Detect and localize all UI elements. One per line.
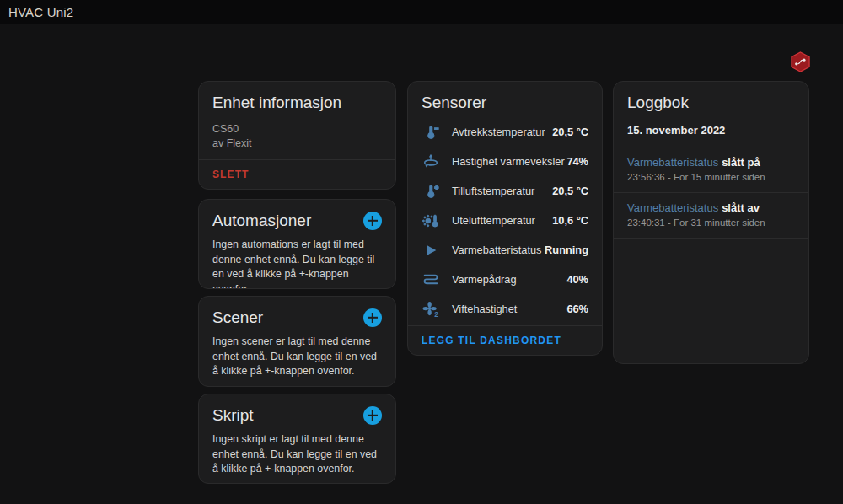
- sensor-name: Utelufttemperatur: [452, 214, 552, 227]
- page-title: HVAC Uni2: [8, 5, 73, 19]
- add-scene-button[interactable]: [363, 308, 382, 327]
- sensor-name: Varmepådrag: [452, 273, 566, 286]
- sensor-row-hastighet-varmeveksler[interactable]: Hastighet varmeveksler 74%: [422, 147, 588, 176]
- sensor-value: 66%: [566, 303, 588, 315]
- heating-coil-icon: [422, 271, 440, 289]
- sun-thermometer-icon: [422, 212, 440, 230]
- device-info-card: Enhet informasjon CS60 av Flexit SLETT: [198, 81, 396, 190]
- scenes-title: Scener: [212, 308, 263, 327]
- logbook-entity-link[interactable]: Varmebatteristatus: [627, 201, 718, 214]
- app-header: HVAC Uni2: [0, 0, 843, 24]
- play-icon: [422, 241, 440, 260]
- sensor-name: Varmebatteristatus: [452, 244, 545, 256]
- sensor-name: Tilluftstemperatur: [452, 185, 552, 197]
- integration-logo-hexagon-icon[interactable]: [791, 51, 810, 72]
- sensors-card: Sensorer Avtrekkstemperatur 20,5 °C: [407, 81, 603, 356]
- add-script-button[interactable]: [363, 406, 382, 425]
- sensor-row-varmepadrag[interactable]: Varmepådrag 40%: [422, 265, 588, 294]
- device-info-column: Enhet informasjon CS60 av Flexit SLETT A…: [198, 81, 396, 484]
- sensor-row-viftehastighet[interactable]: 2 Viftehastighet 66%: [422, 294, 588, 324]
- sensor-value: 74%: [566, 155, 588, 168]
- scenes-card: Scener Ingen scener er lagt til med denn…: [198, 296, 396, 387]
- automations-title: Automasjoner: [212, 212, 311, 230]
- logbook-entry: Varmebatteristatusslått av 23:40:31 - Fo…: [614, 193, 808, 238]
- add-to-dashboard-button[interactable]: LEGG TIL DASHBORDET: [422, 335, 561, 346]
- scripts-card: Skript Ingen skript er lagt til med denn…: [198, 394, 396, 484]
- sensor-name: Avtrekkstemperatur: [452, 126, 552, 138]
- fan-speed-2-icon: 2: [422, 300, 440, 319]
- scenes-empty-text: Ingen scener er lagt til med denne enhet…: [212, 335, 382, 379]
- sensor-name: Viftehastighet: [452, 303, 566, 315]
- device-manufacturer: av Flexit: [212, 137, 382, 151]
- logbook-title: Loggbok: [627, 94, 795, 112]
- sensor-name: Hastighet varmeveksler: [452, 155, 566, 168]
- delete-device-button[interactable]: SLETT: [212, 169, 250, 180]
- sensors-column: Sensorer Avtrekkstemperatur 20,5 °C: [407, 81, 603, 356]
- logbook-timestamp: 23:56:36 - For 15 minutter siden: [627, 172, 795, 182]
- sensor-value: 40%: [566, 273, 588, 286]
- scripts-empty-text: Ingen skript er lagt til med denne enhet…: [212, 432, 382, 477]
- svg-text:2: 2: [434, 309, 438, 318]
- automations-empty-text: Ingen automations er lagt til med denne …: [212, 238, 382, 289]
- logbook-date-header: 15. november 2022: [627, 124, 795, 137]
- scripts-title: Skript: [212, 406, 254, 425]
- thermometer-minus-icon: [422, 123, 440, 142]
- logbook-action: slått på: [722, 156, 760, 169]
- logbook-timestamp: 23:40:31 - For 31 minutter siden: [627, 217, 795, 228]
- sensor-row-utelufttemperatur[interactable]: Utelufttemperatur 10,6 °C: [422, 206, 588, 235]
- logbook-card: Loggbok 15. november 2022 Varmebatterist…: [613, 81, 809, 364]
- sensor-row-tilluftstemperatur[interactable]: Tilluftstemperatur 20,5 °C: [422, 176, 588, 206]
- sensor-value: 10,6 °C: [552, 214, 588, 227]
- device-model: CS60: [212, 122, 382, 137]
- sensor-row-avtrekkstemperatur[interactable]: Avtrekkstemperatur 20,5 °C: [422, 117, 588, 147]
- automations-card: Automasjoner Ingen automations er lagt t…: [198, 199, 396, 289]
- sensor-value: 20,5 °C: [552, 185, 588, 197]
- logbook-entry: Varmebatteristatusslått på 23:56:36 - Fo…: [614, 147, 808, 192]
- divider: [614, 238, 808, 239]
- device-info-title: Enhet informasjon: [212, 94, 382, 112]
- sensors-title: Sensorer: [422, 94, 588, 112]
- sensor-value: 20,5 °C: [552, 126, 588, 138]
- add-automation-button[interactable]: [363, 212, 382, 230]
- logbook-entity-link[interactable]: Varmebatteristatus: [627, 156, 718, 169]
- logbook-action: slått av: [722, 201, 760, 214]
- sensor-row-varmebatteristatus[interactable]: Varmebatteristatus Running: [422, 235, 588, 265]
- sensor-value: Running: [545, 244, 588, 256]
- node-red-icon: [791, 51, 810, 72]
- logbook-column: Loggbok 15. november 2022 Varmebatterist…: [613, 81, 809, 364]
- rotate-orbit-icon: [422, 153, 440, 171]
- thermometer-plus-icon: [422, 182, 440, 201]
